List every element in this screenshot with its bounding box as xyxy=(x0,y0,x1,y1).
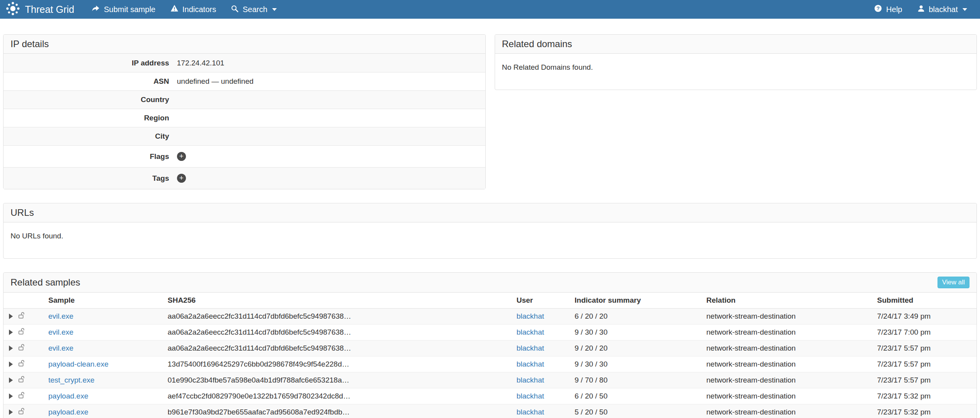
expand-caret-icon[interactable] xyxy=(9,377,13,383)
chevron-down-icon xyxy=(272,8,277,11)
page-content: IP details IP address 172.24.42.101 ASN … xyxy=(0,19,980,418)
indicator-summary-cell: 9 / 30 / 30 xyxy=(570,325,702,340)
help-icon: ? xyxy=(874,4,882,14)
table-row: evil.exe aa06a2a2a6eecc2fc31d114cd7dbfd6… xyxy=(4,325,976,340)
sample-link[interactable]: payload.exe xyxy=(48,392,88,400)
expand-caret-icon[interactable] xyxy=(9,346,13,351)
related-domains-header: Related domains xyxy=(495,35,977,54)
column-header-indicator-summary: Indicator summary xyxy=(570,293,702,309)
user-link[interactable]: blackhat xyxy=(517,344,544,352)
indicator-summary-cell: 5 / 20 / 50 xyxy=(570,404,702,418)
column-header-sample: Sample xyxy=(44,293,163,309)
column-header-submitted: Submitted xyxy=(872,293,976,309)
unlock-icon xyxy=(18,312,25,321)
expand-caret-icon[interactable] xyxy=(9,393,13,399)
user-link[interactable]: blackhat xyxy=(517,328,544,336)
user-link[interactable]: blackhat xyxy=(517,408,544,416)
row-label: Region xyxy=(4,114,177,122)
nav-submit-sample[interactable]: Submit sample xyxy=(84,0,163,19)
ip-details-row: City xyxy=(4,127,485,145)
sha256-cell: aa06a2a2a6eecc2fc31d114cd7dbfd6befc5c949… xyxy=(163,325,512,340)
nav-submit-sample-label: Submit sample xyxy=(104,5,155,14)
user-link[interactable]: blackhat xyxy=(517,392,544,400)
sha256-cell: aa06a2a2a6eecc2fc31d114cd7dbfd6befc5c949… xyxy=(163,309,512,325)
related-samples-header: Related samples View all xyxy=(4,273,976,293)
sample-link[interactable]: test_crypt.exe xyxy=(48,376,94,384)
sample-link[interactable]: payload-clean.exe xyxy=(48,360,108,368)
navbar: Threat Grid Submit sample Indicators xyxy=(0,0,980,19)
panel-title: URLs xyxy=(11,207,34,218)
sample-link[interactable]: evil.exe xyxy=(48,344,73,352)
navbar-left: Threat Grid Submit sample Indicators xyxy=(5,0,284,19)
panel-title: Related domains xyxy=(502,39,572,49)
add-tag-button[interactable] xyxy=(177,174,186,183)
sample-link[interactable]: evil.exe xyxy=(48,328,73,336)
urls-body: No URLs found. xyxy=(4,222,976,258)
row-label: Tags xyxy=(4,174,177,183)
nav-search-label: Search xyxy=(242,5,267,14)
chevron-down-icon xyxy=(962,8,967,11)
unlock-icon xyxy=(18,344,25,353)
brand-title: Threat Grid xyxy=(25,4,74,15)
user-link[interactable]: blackhat xyxy=(517,312,544,320)
nav-user-menu[interactable]: blackhat xyxy=(910,0,975,19)
nav-help[interactable]: ? Help xyxy=(867,0,909,19)
nav-help-label: Help xyxy=(886,5,902,14)
nav-indicators[interactable]: Indicators xyxy=(163,0,224,19)
indicator-summary-cell: 9 / 20 / 20 xyxy=(570,340,702,356)
indicator-summary-cell: 6 / 20 / 50 xyxy=(570,388,702,404)
user-link[interactable]: blackhat xyxy=(517,376,544,384)
table-row: evil.exe aa06a2a2a6eecc2fc31d114cd7dbfd6… xyxy=(4,309,976,325)
nav-indicators-label: Indicators xyxy=(182,5,216,14)
indicator-summary-cell: 9 / 70 / 80 xyxy=(570,372,702,388)
nav-search[interactable]: Search xyxy=(223,0,284,19)
related-domains-panel: Related domains No Related Domains found… xyxy=(495,34,977,90)
sha256-cell: b961e7f30a9bd27be655aafac7ad95608a7ed924… xyxy=(163,404,512,418)
sample-link[interactable]: evil.exe xyxy=(48,312,73,320)
sha256-cell: aa06a2a2a6eecc2fc31d114cd7dbfd6befc5c949… xyxy=(163,340,512,356)
tags-value xyxy=(177,174,485,183)
user-icon xyxy=(917,5,925,14)
relation-cell: network-stream-destination xyxy=(702,404,872,418)
expand-caret-icon[interactable] xyxy=(9,409,13,415)
relation-cell: network-stream-destination xyxy=(702,388,872,404)
submitted-cell: 7/23/17 5:57 pm xyxy=(872,340,976,356)
indicator-summary-cell: 9 / 30 / 30 xyxy=(570,356,702,372)
expand-caret-icon[interactable] xyxy=(9,330,13,335)
panel-title: Related samples xyxy=(11,277,80,288)
view-all-button[interactable]: View all xyxy=(938,277,969,288)
brand[interactable]: Threat Grid xyxy=(5,1,74,18)
related-samples-panel: Related samples View all Sample SHA256 U… xyxy=(3,272,977,418)
nav-user-label: blackhat xyxy=(929,5,958,14)
sha256-cell: aef47ccbc2fd0829790e0e1322b17659d7802342… xyxy=(163,388,512,404)
user-link[interactable]: blackhat xyxy=(517,360,544,368)
navbar-right: ? Help blackhat xyxy=(867,0,975,19)
expand-caret-icon[interactable] xyxy=(9,362,13,367)
table-header-row: Sample SHA256 User Indicator summary Rel… xyxy=(4,293,976,309)
ip-details-panel: IP details IP address 172.24.42.101 ASN … xyxy=(3,34,486,189)
warning-triangle-icon xyxy=(170,4,179,14)
ip-details-row: ASN undefined — undefined xyxy=(4,72,485,90)
table-row: payload.exe aef47ccbc2fd0829790e0e1322b1… xyxy=(4,388,976,404)
sample-link[interactable]: payload.exe xyxy=(48,408,88,416)
svg-text:?: ? xyxy=(877,5,880,11)
icons-column-header xyxy=(4,293,44,309)
ip-details-row: IP address 172.24.42.101 xyxy=(4,54,485,72)
submitted-cell: 7/23/17 7:00 pm xyxy=(872,325,976,340)
table-row: test_crypt.exe 01e990c23b4fbe57a598e0a4b… xyxy=(4,372,976,388)
indicator-summary-cell: 6 / 20 / 20 xyxy=(570,309,702,325)
urls-header: URLs xyxy=(4,203,976,222)
ip-details-row: Tags xyxy=(4,167,485,189)
expand-caret-icon[interactable] xyxy=(9,314,13,319)
column-header-sha256: SHA256 xyxy=(163,293,512,309)
panel-title: IP details xyxy=(11,39,49,49)
column-header-relation: Relation xyxy=(702,293,872,309)
submitted-cell: 7/23/17 5:32 pm xyxy=(872,404,976,418)
sha256-cell: 01e990c23b4fbe57a598e0a4b1d9f788afc6e653… xyxy=(163,372,512,388)
urls-panel: URLs No URLs found. xyxy=(3,203,977,259)
ip-details-table: IP address 172.24.42.101 ASN undefined —… xyxy=(4,54,485,189)
add-flag-button[interactable] xyxy=(177,152,186,161)
relation-cell: network-stream-destination xyxy=(702,309,872,325)
ip-details-row: Flags xyxy=(4,145,485,167)
row-label: IP address xyxy=(4,59,177,67)
